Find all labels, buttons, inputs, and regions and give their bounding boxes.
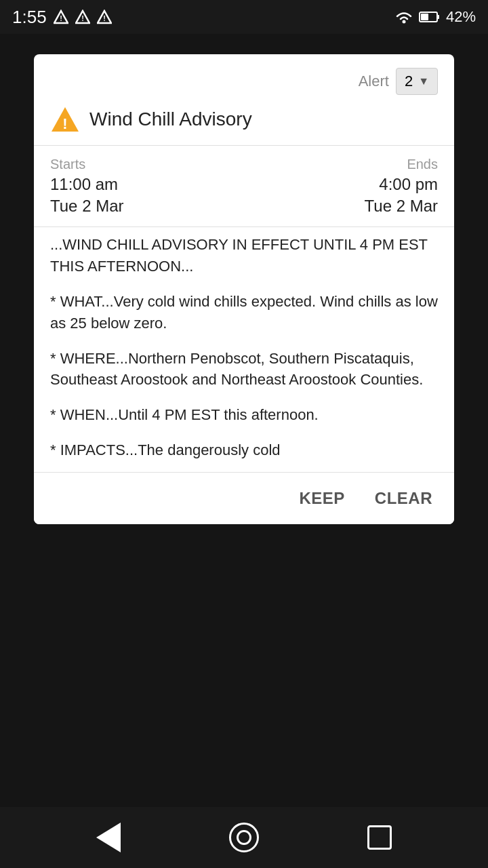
svg-text:!: ! xyxy=(81,14,84,22)
body-p4: * WHEN...Until 4 PM EST this afternoon. xyxy=(50,404,438,426)
warning-icon-2: ! xyxy=(75,9,90,24)
clear-button[interactable]: CLEAR xyxy=(372,484,435,513)
status-left: 1:55 ! ! ! xyxy=(12,7,112,28)
warning-icon-1: ! xyxy=(54,9,68,24)
dialog-body: ...WIND CHILL ADVISORY IN EFFECT UNTIL 4… xyxy=(34,227,454,472)
dialog-title-row: ! Wind Chill Advisory xyxy=(34,102,454,145)
body-p5: * IMPACTS...The dangerously cold xyxy=(50,439,438,461)
status-bar: 1:55 ! ! ! 42% xyxy=(0,0,488,34)
ends-label: Ends xyxy=(365,157,438,172)
battery-icon xyxy=(419,11,441,23)
warning-icon-3: ! xyxy=(97,9,112,24)
starts-label: Starts xyxy=(50,157,123,172)
back-icon xyxy=(96,823,121,852)
alert-dropdown[interactable]: 2 ▼ xyxy=(396,68,438,95)
svg-text:!: ! xyxy=(62,115,67,132)
dropdown-arrow-icon: ▼ xyxy=(418,75,429,87)
svg-point-6 xyxy=(402,20,405,24)
battery-percentage: 42% xyxy=(446,8,476,26)
alert-number: 2 xyxy=(405,73,413,90)
dialog-title: Wind Chill Advisory xyxy=(89,108,252,130)
alert-label: Alert xyxy=(359,73,389,90)
warning-triangle-icon: ! xyxy=(50,104,80,134)
dialog-times: Starts 11:00 am Tue 2 Mar Ends 4:00 pm T… xyxy=(34,146,454,226)
end-time-value: 4:00 pm xyxy=(365,175,438,194)
body-p3: * WHERE...Northern Penobscot, Southern P… xyxy=(50,348,438,391)
dialog-actions: KEEP CLEAR xyxy=(34,472,454,524)
start-time-value: 11:00 am xyxy=(50,175,123,194)
back-button[interactable] xyxy=(92,821,125,854)
end-time-col: Ends 4:00 pm Tue 2 Mar xyxy=(365,157,438,216)
home-button[interactable] xyxy=(227,821,261,854)
start-date-value: Tue 2 Mar xyxy=(50,197,123,216)
dialog-header: Alert 2 ▼ xyxy=(34,54,454,102)
svg-rect-9 xyxy=(421,14,428,20)
status-right: 42% xyxy=(394,8,476,26)
start-time-col: Starts 11:00 am Tue 2 Mar xyxy=(50,157,123,216)
status-time: 1:55 xyxy=(12,7,47,28)
svg-rect-8 xyxy=(437,15,439,19)
home-icon xyxy=(229,823,259,852)
end-date-value: Tue 2 Mar xyxy=(365,197,438,216)
wifi-icon xyxy=(394,9,413,24)
svg-text:!: ! xyxy=(60,14,62,22)
svg-text:!: ! xyxy=(103,14,106,22)
home-icon-inner xyxy=(237,830,251,845)
body-p1: ...WIND CHILL ADVISORY IN EFFECT UNTIL 4… xyxy=(50,234,438,277)
keep-button[interactable]: KEEP xyxy=(296,484,347,513)
recents-button[interactable] xyxy=(363,821,396,854)
body-p2: * WHAT...Very cold wind chills expected.… xyxy=(50,291,438,334)
recents-icon xyxy=(367,825,392,850)
nav-bar xyxy=(0,807,488,868)
dialog-card: Alert 2 ▼ ! Wind Chill Advisory Starts 1… xyxy=(34,54,454,524)
